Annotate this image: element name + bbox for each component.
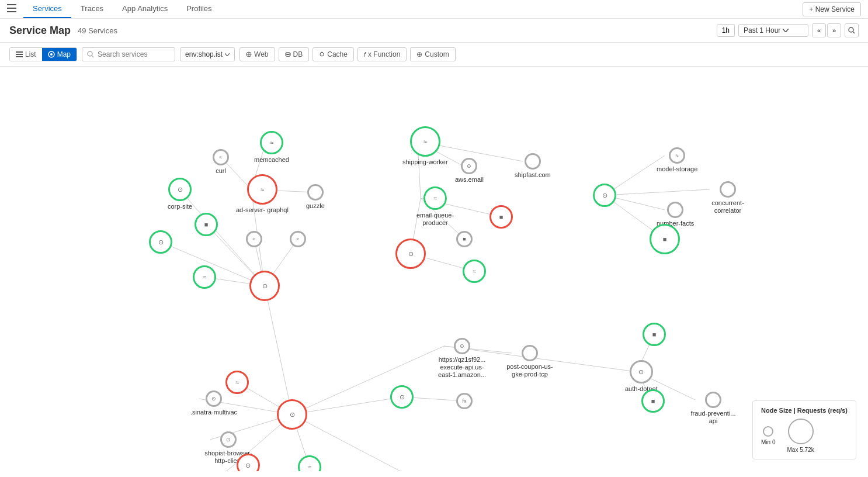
node-icon-node-green4: ⊙ (602, 192, 607, 199)
node-circle-node-red2: ⊙ (395, 238, 426, 269)
node-node-green8[interactable]: ⊙ (390, 385, 414, 409)
node-label-post-coupon-gke: post-coupon-us- gke-prod-tcp (504, 363, 556, 378)
node-concurrent-correlator[interactable]: concurrent- correlator (702, 181, 754, 215)
svg-line-27 (265, 286, 292, 414)
nav-right: + New Service (803, 2, 861, 16)
top-nav: Services Traces App Analytics Profiles +… (0, 0, 868, 19)
node-ad-server-graphql[interactable]: ≈ad-server- graphql (236, 174, 289, 214)
nav-tabs: Services Traces App Analytics Profiles (23, 0, 221, 18)
node-circle-node-green3: ≈ (463, 260, 486, 283)
search-box[interactable] (82, 47, 175, 61)
svg-rect-7 (16, 56, 23, 57)
node-icon-shipping-worker: ≈ (423, 138, 427, 145)
node-icon-node-green3: ≈ (473, 268, 476, 275)
nav-tab-app-analytics[interactable]: App Analytics (113, 0, 177, 18)
view-toggle: List Map (9, 47, 77, 61)
node-icon-io-shopist-android: ⊙ (245, 462, 251, 469)
env-value: env:shop.ist (185, 50, 223, 58)
next-time-button[interactable]: » (827, 23, 841, 37)
node-post-coupon-gke[interactable]: post-coupon-us- gke-prod-tcp (504, 345, 556, 378)
node-node-green3[interactable]: ≈ (463, 260, 486, 283)
node-circle-node-red3: ≈ (225, 371, 249, 394)
node-fraud-preventi-api[interactable]: fraud-preventi... api (687, 392, 739, 425)
hamburger-icon[interactable] (7, 4, 16, 14)
node-icon-email-queue-producer: ≈ (433, 195, 437, 202)
node-shipfast-com[interactable]: shipfast.com (515, 153, 551, 179)
node-node-green7[interactable]: ≈ (298, 455, 321, 471)
node-node-green4[interactable]: ⊙ (593, 184, 616, 207)
node-node-red1[interactable]: ■ (489, 205, 513, 229)
node-node-gray2[interactable]: ■ (456, 231, 473, 247)
node-icon-node-gray2: ■ (463, 236, 466, 242)
svg-line-37 (292, 346, 444, 414)
node-node4[interactable]: ≈ (193, 265, 216, 289)
search-input[interactable] (98, 50, 168, 58)
node-node2[interactable]: ≈ (246, 231, 262, 247)
node-node3[interactable]: ⊙ (149, 230, 172, 254)
filter-function-button[interactable]: fx Function (357, 47, 407, 61)
svg-rect-6 (16, 54, 23, 55)
node-node6[interactable]: ≈ (290, 231, 306, 247)
node-node-green5[interactable]: ■ (650, 224, 680, 254)
env-dropdown[interactable]: env:shop.ist (180, 47, 235, 61)
node-icon-node-green7: ≈ (308, 464, 311, 471)
node-shipping-worker[interactable]: ≈shipping-worker (402, 126, 448, 166)
node-circle-concurrent-correlator (720, 181, 736, 198)
node-icon-node6: ≈ (297, 236, 300, 242)
node-icon-auth-dotnet: ⊙ (638, 368, 644, 376)
nav-arrows: « » (812, 23, 841, 37)
filter-web-button[interactable]: Web (239, 47, 275, 61)
node-node-green9[interactable]: ■ (643, 323, 666, 346)
nav-tab-profiles[interactable]: Profiles (177, 0, 221, 18)
node-icon-node-red2: ⊙ (408, 250, 414, 258)
node-circle-amazon1: ⊙ (454, 338, 470, 354)
node-icon-node2: ≈ (253, 236, 256, 242)
node-aws-email[interactable]: ⊙aws.email (455, 158, 484, 184)
map-view-button[interactable]: Map (42, 48, 77, 61)
legend-max-label: Max 5.72k (787, 447, 814, 453)
node-hub-center[interactable]: ⊙ (277, 399, 307, 430)
node-label-shipfast-com: shipfast.com (515, 171, 551, 179)
list-view-button[interactable]: List (10, 48, 42, 61)
web-icon (246, 51, 252, 57)
nav-tab-traces[interactable]: Traces (71, 0, 113, 18)
node-model-storage[interactable]: ≈model-storage (657, 147, 697, 173)
function-icon: f (364, 51, 366, 58)
node-main-center[interactable]: ⊙ (249, 271, 280, 301)
new-service-button[interactable]: + New Service (803, 2, 861, 16)
node-node-green10[interactable]: ■ (641, 389, 665, 413)
node-email-queue-producer[interactable]: ≈email-queue- producer (409, 186, 461, 227)
node-label-email-queue-producer: email-queue- producer (409, 212, 461, 227)
node-node-red3[interactable]: ≈ (225, 371, 249, 394)
node-icon-node4: ≈ (203, 274, 206, 281)
time-range-dropdown[interactable]: Past 1 Hour (738, 24, 808, 37)
node-circle-node-green9: ■ (643, 323, 666, 346)
node-circle-node-green5: ■ (650, 224, 680, 254)
svg-line-4 (853, 32, 855, 33)
node-corp-site[interactable]: ⊙corp-site (168, 178, 192, 210)
node-amazon1[interactable]: ⊙https://qz1sf92... execute-api.us- east… (436, 338, 488, 379)
search-button[interactable] (845, 23, 859, 37)
node-icon-node1: ■ (204, 221, 209, 228)
node-auth-dotnet[interactable]: ⊙auth-dotnet (625, 360, 658, 393)
prev-time-button[interactable]: « (812, 23, 826, 37)
node-node1[interactable]: ■ (195, 213, 218, 236)
node-icon-node-red3: ≈ (235, 379, 239, 386)
filter-cache-button[interactable]: Cache (313, 47, 354, 61)
node-memcached[interactable]: ≈memcached (254, 131, 289, 164)
node-node-red2[interactable]: ⊙ (395, 238, 426, 269)
node-guzzle[interactable]: guzzle (306, 184, 325, 210)
node-icon-shopist-browser-http-client: ⊙ (226, 437, 231, 443)
filter-custom-button[interactable]: ⊕ Custom (410, 47, 455, 61)
node-io-shopist-android[interactable]: ⊙io.shopist. android (222, 454, 274, 471)
filter-db-button[interactable]: DB (279, 47, 310, 61)
node-node-func1[interactable]: fx (456, 393, 473, 409)
legend-circles: Min 0 Max 5.72k (761, 419, 848, 453)
svg-point-19 (320, 53, 324, 56)
toolbar: List Map env:shop.ist Web DB Cache fx Fu… (0, 43, 868, 67)
node-curl[interactable]: ≈curl (213, 149, 229, 175)
nav-tab-services[interactable]: Services (23, 0, 71, 18)
node-sinatra-multivac[interactable]: ⊙.sinatra-multivac (190, 390, 237, 416)
legend: Node Size | Requests (req/s) Min 0 Max 5… (752, 400, 856, 459)
time-preset-button[interactable]: 1h (717, 24, 735, 37)
